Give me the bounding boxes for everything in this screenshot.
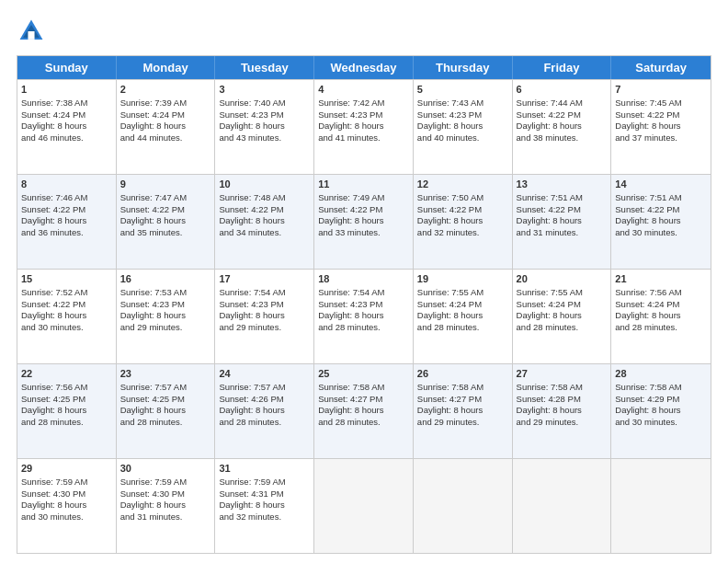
day-number: 3	[219, 83, 310, 97]
daylight-minutes: and 37 minutes.	[615, 132, 707, 144]
header	[17, 17, 711, 46]
daylight-minutes: and 29 minutes.	[219, 322, 310, 334]
daylight-line: Daylight: 8 hours	[517, 215, 608, 227]
daylight-line: Daylight: 8 hours	[219, 121, 310, 132]
daylight-line: Daylight: 8 hours	[219, 310, 310, 322]
sunset-line: Sunset: 4:22 PM	[417, 204, 508, 216]
daylight-minutes: and 28 minutes.	[615, 322, 707, 334]
day-number: 31	[219, 462, 310, 476]
day-number: 1	[21, 83, 112, 97]
cal-cell-empty	[414, 459, 513, 553]
sunset-line: Sunset: 4:24 PM	[615, 299, 707, 311]
day-number: 20	[517, 272, 608, 286]
daylight-minutes: and 41 minutes.	[318, 132, 409, 144]
cal-cell-29: 29Sunrise: 7:59 AMSunset: 4:30 PMDayligh…	[17, 459, 117, 553]
sunrise-line: Sunrise: 7:53 AM	[120, 287, 211, 299]
cal-cell-25: 25Sunrise: 7:58 AMSunset: 4:27 PMDayligh…	[314, 364, 414, 458]
daylight-minutes: and 29 minutes.	[517, 417, 608, 429]
day-number: 22	[21, 367, 112, 381]
day-number: 12	[417, 178, 508, 191]
cal-cell-15: 15Sunrise: 7:52 AMSunset: 4:22 PMDayligh…	[17, 270, 117, 363]
svg-rect-2	[28, 31, 34, 40]
daylight-minutes: and 31 minutes.	[120, 511, 211, 523]
calendar-row-3: 15Sunrise: 7:52 AMSunset: 4:22 PMDayligh…	[17, 269, 711, 363]
daylight-line: Daylight: 8 hours	[615, 121, 707, 132]
day-number: 6	[517, 83, 608, 97]
day-number: 25	[318, 367, 409, 381]
daylight-line: Daylight: 8 hours	[219, 215, 310, 227]
sunrise-line: Sunrise: 7:38 AM	[21, 98, 112, 109]
daylight-minutes: and 28 minutes.	[417, 322, 508, 334]
sunset-line: Sunset: 4:24 PM	[120, 109, 211, 121]
day-number: 8	[21, 178, 112, 191]
sunset-line: Sunset: 4:22 PM	[517, 204, 608, 216]
sunset-line: Sunset: 4:22 PM	[219, 204, 310, 216]
cal-cell-empty	[314, 459, 414, 553]
cal-cell-31: 31Sunrise: 7:59 AMSunset: 4:31 PMDayligh…	[215, 459, 314, 553]
daylight-minutes: and 30 minutes.	[21, 511, 112, 523]
daylight-line: Daylight: 8 hours	[417, 121, 508, 132]
sunset-line: Sunset: 4:30 PM	[120, 488, 211, 500]
header-day-tuesday: Tuesday	[215, 56, 314, 79]
daylight-minutes: and 38 minutes.	[517, 132, 608, 144]
daylight-line: Daylight: 8 hours	[21, 500, 112, 511]
daylight-minutes: and 28 minutes.	[318, 322, 409, 334]
page: SundayMondayTuesdayWednesdayThursdayFrid…	[0, 0, 728, 563]
calendar-row-2: 8Sunrise: 7:46 AMSunset: 4:22 PMDaylight…	[17, 174, 711, 269]
calendar-row-1: 1Sunrise: 7:38 AMSunset: 4:24 PMDaylight…	[17, 79, 711, 174]
sunrise-line: Sunrise: 7:55 AM	[417, 287, 508, 299]
sunset-line: Sunset: 4:23 PM	[219, 109, 310, 121]
sunrise-line: Sunrise: 7:49 AM	[318, 192, 409, 204]
sunrise-line: Sunrise: 7:46 AM	[21, 192, 112, 204]
daylight-minutes: and 28 minutes.	[219, 417, 310, 429]
day-number: 16	[120, 272, 211, 286]
sunrise-line: Sunrise: 7:52 AM	[21, 287, 112, 299]
daylight-line: Daylight: 8 hours	[120, 310, 211, 322]
cal-cell-14: 14Sunrise: 7:51 AMSunset: 4:22 PMDayligh…	[611, 175, 711, 269]
daylight-line: Daylight: 8 hours	[219, 500, 310, 511]
sunrise-line: Sunrise: 7:59 AM	[120, 477, 211, 488]
sunrise-line: Sunrise: 7:56 AM	[21, 382, 112, 394]
daylight-line: Daylight: 8 hours	[21, 310, 112, 322]
daylight-line: Daylight: 8 hours	[318, 310, 409, 322]
calendar-row-4: 22Sunrise: 7:56 AMSunset: 4:25 PMDayligh…	[17, 363, 711, 458]
cal-cell-26: 26Sunrise: 7:58 AMSunset: 4:27 PMDayligh…	[414, 364, 513, 458]
sunrise-line: Sunrise: 7:57 AM	[219, 382, 310, 394]
sunrise-line: Sunrise: 7:50 AM	[417, 192, 508, 204]
sunset-line: Sunset: 4:22 PM	[21, 204, 112, 216]
daylight-line: Daylight: 8 hours	[517, 121, 608, 132]
sunrise-line: Sunrise: 7:54 AM	[318, 287, 409, 299]
day-number: 15	[21, 272, 112, 286]
sunrise-line: Sunrise: 7:44 AM	[517, 98, 608, 109]
cal-cell-4: 4Sunrise: 7:42 AMSunset: 4:23 PMDaylight…	[314, 80, 414, 174]
daylight-line: Daylight: 8 hours	[21, 405, 112, 417]
daylight-minutes: and 28 minutes.	[318, 417, 409, 429]
sunset-line: Sunset: 4:23 PM	[219, 299, 310, 311]
cal-cell-8: 8Sunrise: 7:46 AMSunset: 4:22 PMDaylight…	[17, 175, 117, 269]
cal-cell-9: 9Sunrise: 7:47 AMSunset: 4:22 PMDaylight…	[117, 175, 216, 269]
daylight-line: Daylight: 8 hours	[417, 215, 508, 227]
cal-cell-19: 19Sunrise: 7:55 AMSunset: 4:24 PMDayligh…	[414, 270, 513, 363]
sunset-line: Sunset: 4:24 PM	[21, 109, 112, 121]
daylight-minutes: and 30 minutes.	[21, 322, 112, 334]
daylight-minutes: and 46 minutes.	[21, 132, 112, 144]
day-number: 13	[517, 178, 608, 191]
daylight-line: Daylight: 8 hours	[615, 310, 707, 322]
daylight-line: Daylight: 8 hours	[615, 405, 707, 417]
sunset-line: Sunset: 4:27 PM	[318, 394, 409, 406]
daylight-minutes: and 33 minutes.	[318, 227, 409, 239]
sunset-line: Sunset: 4:27 PM	[417, 394, 508, 406]
header-day-sunday: Sunday	[17, 56, 117, 79]
sunset-line: Sunset: 4:24 PM	[517, 299, 608, 311]
calendar-header: SundayMondayTuesdayWednesdayThursdayFrid…	[17, 56, 711, 79]
sunrise-line: Sunrise: 7:54 AM	[219, 287, 310, 299]
header-day-friday: Friday	[513, 56, 612, 79]
calendar-row-5: 29Sunrise: 7:59 AMSunset: 4:30 PMDayligh…	[17, 458, 711, 553]
day-number: 9	[120, 178, 211, 191]
sunrise-line: Sunrise: 7:43 AM	[417, 98, 508, 109]
day-number: 19	[417, 272, 508, 286]
daylight-line: Daylight: 8 hours	[517, 405, 608, 417]
day-number: 30	[120, 462, 211, 476]
sunset-line: Sunset: 4:30 PM	[21, 488, 112, 500]
daylight-line: Daylight: 8 hours	[21, 215, 112, 227]
